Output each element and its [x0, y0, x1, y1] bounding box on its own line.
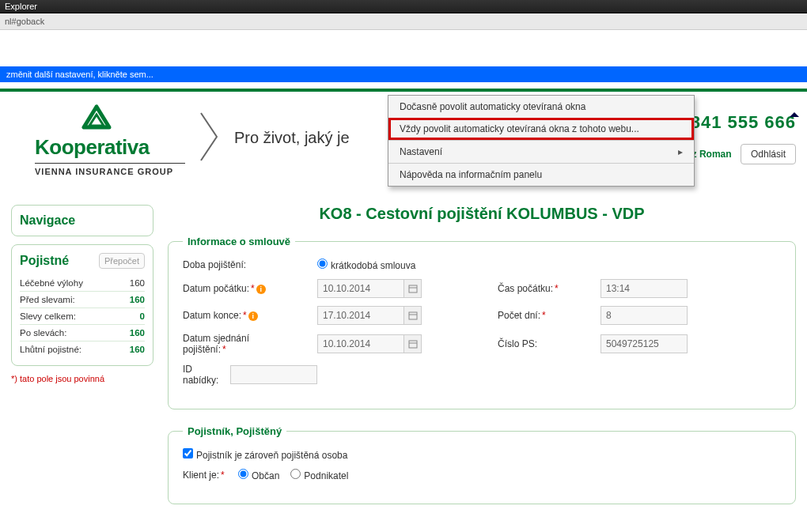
doba-label: Doba pojištění:: [183, 259, 286, 270]
pojistne-row-value: 160: [130, 328, 145, 338]
klient-obcan-radio[interactable]: [238, 469, 248, 479]
popup-help[interactable]: Nápověda na informačním panelu: [388, 163, 694, 186]
datum-sjednani-label: Datum sjednání pojištění:*: [183, 333, 286, 356]
pojistnik-checkbox-wrap[interactable]: Pojistník je zároveň pojištěná osoba: [183, 448, 347, 461]
info-icon[interactable]: i: [256, 285, 266, 294]
address-bar[interactable]: nl#goback: [0, 13, 807, 30]
recalc-button[interactable]: Přepočet: [99, 253, 145, 269]
pojistne-row-label: Lhůtní pojistné:: [20, 345, 81, 354]
klient-podnikatel-radio[interactable]: [290, 469, 301, 479]
id-nabidky-label: ID nabídky:: [183, 364, 230, 387]
klient-je-label: Klient je:*: [183, 470, 238, 481]
calendar-icon[interactable]: [404, 334, 422, 353]
calendar-icon[interactable]: [404, 279, 422, 298]
info-bar[interactable]: změnit další nastavení, klikněte sem...: [0, 66, 807, 82]
calendar-icon[interactable]: [404, 306, 422, 325]
pojistne-row: Po slevách:160: [20, 324, 145, 341]
popup-allow-always-this-site[interactable]: Vždy povolit automaticky otevíraná okna …: [388, 118, 694, 140]
pojistne-row-value: 160: [130, 295, 145, 304]
pojistne-row-label: Léčebné výlohy: [20, 278, 83, 288]
pojistne-row-value: 0: [140, 311, 145, 321]
logo-mark-icon: [79, 104, 185, 134]
pojistnik-legend: Pojistník, Pojištěný: [183, 425, 286, 437]
pojistne-panel: Pojistné Přepočet Léčebné výlohy160 Před…: [11, 244, 153, 366]
pojistne-row: Před slevami:160: [20, 291, 145, 308]
logout-button[interactable]: Odhlásit: [741, 144, 796, 164]
doba-radio-wrap[interactable]: krátkodobá smlouva: [317, 258, 415, 271]
pojistne-row: Lhůtní pojistné:160: [20, 341, 145, 357]
brand-logo: Kooperativa VIENNA INSURANCE GROUP: [11, 100, 185, 176]
left-column: Navigace Pojistné Přepočet Léčebné výloh…: [11, 205, 153, 520]
datum-sjednani-input[interactable]: [317, 334, 404, 353]
cislo-ps-label: Číslo PS:: [498, 338, 601, 349]
collapse-triangle-icon[interactable]: [790, 112, 799, 117]
datum-konce-label: Datum konce:*i: [183, 310, 286, 321]
accent-line: [0, 89, 807, 92]
chevron-right-icon: [199, 111, 220, 164]
pojistnik-checkbox[interactable]: [183, 448, 193, 458]
nav-title: Navigace: [20, 213, 145, 228]
brand-name: Kooperativa: [35, 135, 185, 160]
pocet-dni-label: Počet dní:*: [498, 310, 601, 321]
slogan: Pro život, jaký je: [234, 129, 350, 147]
toolbar-spacer: [0, 30, 807, 66]
cas-pocatku-input[interactable]: [601, 279, 688, 298]
contract-info-legend: Informace o smlouvě: [183, 236, 295, 247]
pojistne-row-label: Slevy celkem:: [20, 311, 76, 321]
main-column: KO8 - Cestovní pojištění KOLUMBUS - VDP …: [168, 205, 796, 520]
svg-rect-4: [409, 341, 417, 348]
klient-podnikatel-wrap[interactable]: Podnikatel: [290, 469, 348, 481]
klient-podnikatel-label: Podnikatel: [304, 470, 348, 481]
nav-panel: Navigace: [11, 205, 153, 236]
pojistne-title: Pojistné: [20, 254, 69, 268]
pojistne-row-label: Po slevách:: [20, 328, 66, 338]
cas-pocatku-label: Čas počátku:*: [498, 283, 601, 294]
id-nabidky-input[interactable]: [230, 365, 317, 384]
pocet-dni-input[interactable]: [601, 306, 688, 325]
klient-obcan-label: Občan: [252, 470, 279, 481]
page-title: KO8 - Cestovní pojištění KOLUMBUS - VDP: [168, 205, 796, 223]
doba-option-label: krátkodobá smlouva: [331, 260, 415, 271]
popup-allow-once[interactable]: Dočasně povolit automaticky otevíraná ok…: [388, 96, 694, 118]
datum-pocatku-input[interactable]: [317, 279, 404, 298]
datum-pocatku-label: Datum počátku:*i: [183, 283, 286, 294]
info-icon[interactable]: i: [248, 311, 258, 321]
pojistnik-fieldset: Pojistník, Pojištěný Pojistník je zárove…: [168, 425, 796, 504]
cislo-ps-input[interactable]: [601, 334, 688, 353]
pojistne-row: Léčebné výlohy160: [20, 275, 145, 291]
doba-radio[interactable]: [317, 258, 328, 269]
pojistne-row-label: Před slevami:: [20, 295, 75, 304]
pojistne-row-value: 160: [130, 345, 145, 354]
pojistnik-checkbox-label: Pojistník je zároveň pojištěná osoba: [196, 450, 347, 461]
popup-blocker-menu: Dočasně povolit automaticky otevíraná ok…: [388, 95, 695, 187]
popup-settings[interactable]: Nastavení: [388, 140, 694, 163]
pojistne-row-value: 160: [130, 278, 145, 288]
svg-rect-2: [409, 312, 417, 319]
required-note: *) tato pole jsou povinná: [11, 374, 153, 383]
brand-subtitle: VIENNA INSURANCE GROUP: [35, 163, 185, 176]
main-body: Navigace Pojistné Přepočet Léčebné výloh…: [11, 205, 796, 520]
datum-konce-input[interactable]: [317, 306, 404, 325]
pojistne-list: Léčebné výlohy160 Před slevami:160 Slevy…: [20, 275, 145, 357]
window-title: Explorer: [0, 0, 807, 13]
svg-rect-0: [409, 285, 417, 292]
pojistne-row: Slevy celkem:0: [20, 308, 145, 324]
contract-info-fieldset: Informace o smlouvě Doba pojištění: krát…: [168, 236, 796, 409]
klient-obcan-wrap[interactable]: Občan: [238, 469, 279, 481]
